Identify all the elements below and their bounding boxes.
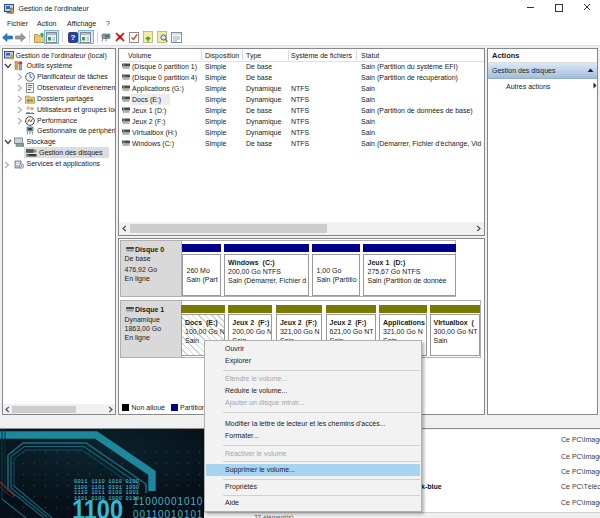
svg-text:11000001010: 11000001010 (133, 496, 203, 507)
svg-text:00110010101: 00110010101 (133, 509, 203, 518)
svg-text:?: ? (71, 33, 76, 42)
svg-text:1100: 1100 (72, 495, 123, 518)
